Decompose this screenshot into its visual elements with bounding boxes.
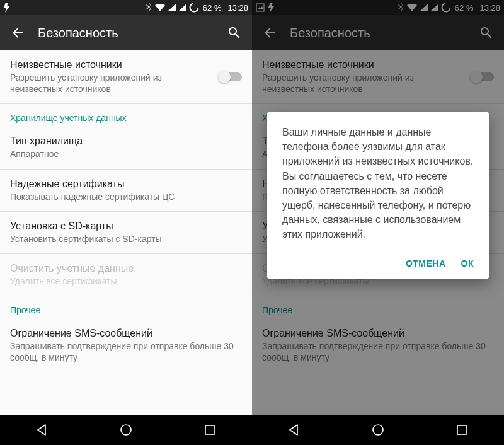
circle-home-icon [371,423,385,437]
section-other: Прочее [0,296,252,319]
item-title: Тип хранилища [10,136,242,147]
loading-icon [189,3,199,13]
item-subtitle: Удалить все сертификаты [10,275,242,287]
wifi-icon [155,4,165,11]
page-title: Безопасность [38,26,222,40]
nav-back-button[interactable] [269,423,319,437]
item-subtitle: Аппаратное [10,148,242,159]
item-subtitle: Запрашивать подтверждение при отправке б… [10,340,242,363]
item-title: Установка с SD-карты [10,221,242,232]
svg-rect-6 [457,425,466,434]
search-button[interactable] [222,20,247,45]
nav-recent-button[interactable] [437,423,487,437]
storage-type-item[interactable]: Тип хранилища Аппаратное [0,127,252,168]
battery-text: 62 % [203,3,222,13]
flash-icon [4,3,10,13]
settings-list: Неизвестные источники Разрешить установк… [0,50,252,415]
install-sd-item[interactable]: Установка с SD-карты Установить сертифик… [0,212,252,253]
item-subtitle: Разрешить установку приложений из неизве… [10,72,212,95]
item-title: Надежные сертификаты [10,178,242,190]
circle-home-icon [119,423,133,437]
status-bar: 62 % 13:28 [0,0,252,15]
clock-text: 13:28 [227,3,248,13]
triangle-back-icon [287,423,301,437]
dialog-cancel-button[interactable]: ОТМЕНА [406,258,446,269]
clear-creds-item: Очистить учетные данные Удалить все серт… [0,254,252,296]
square-recent-icon [455,423,469,437]
nav-back-button[interactable] [17,423,67,437]
item-title: Очистить учетные данные [10,263,242,274]
item-subtitle: Показывать надежные сертификаты ЦС [10,191,242,202]
nav-home-button[interactable] [353,423,403,437]
nav-home-button[interactable] [101,423,151,437]
arrow-left-icon [10,25,25,40]
square-recent-icon [203,423,217,437]
sms-limit-item[interactable]: Ограничение SMS-сообщений Запрашивать по… [0,319,252,372]
bluetooth-icon [146,3,152,13]
item-subtitle: Установить сертификаты с SD-карты [10,233,242,245]
signal-icon [168,4,176,11]
dialog-body: Ваши личные данные и данные телефона бол… [282,125,474,242]
nav-recent-button[interactable] [185,423,235,437]
svg-point-5 [373,425,383,435]
svg-point-0 [190,4,198,12]
item-title: Неизвестные источники [10,59,212,71]
confirm-dialog: Ваши личные данные и данные телефона бол… [267,112,489,279]
app-bar: Безопасность [0,15,252,50]
nav-bar [252,415,504,445]
nav-bar [0,415,252,445]
svg-point-1 [121,425,131,435]
signal-icon [178,4,186,11]
trusted-certs-item[interactable]: Надежные сертификаты Показывать надежные… [0,170,252,211]
section-credentials: Хранилище учетных данных [0,104,252,127]
item-title: Ограничение SMS-сообщений [10,328,242,339]
triangle-back-icon [35,423,49,437]
svg-rect-2 [205,425,214,434]
back-button[interactable] [5,20,30,45]
dialog-ok-button[interactable]: ОК [461,258,474,269]
unknown-sources-toggle[interactable] [219,72,242,81]
search-icon [227,25,242,40]
unknown-sources-item[interactable]: Неизвестные источники Разрешить установк… [0,50,252,103]
